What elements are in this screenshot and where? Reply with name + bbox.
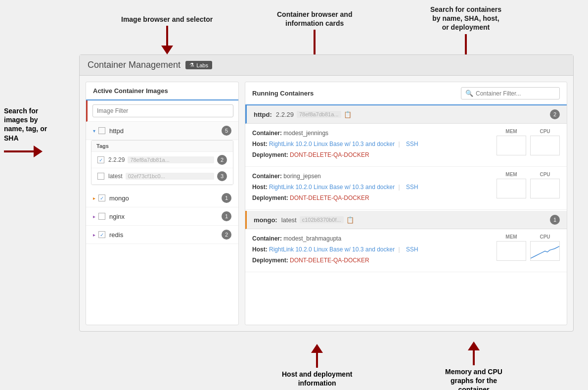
- tag-item-2229: ✓ 2.2.29 78ef8a7db81a... 2: [91, 152, 233, 168]
- container-deployment-row-jepsen: Deployment: DONT-DELETE-QA-DOCKER: [252, 194, 492, 202]
- flask-icon: ⚗: [189, 62, 194, 68]
- running-containers-title: Running Containers: [252, 90, 314, 97]
- container-name-row-jepsen: Container: boring_jepsen: [252, 172, 492, 181]
- host-link-jepsen[interactable]: RightLink 10.2.0 Linux Base w/ 10.3 and …: [269, 184, 395, 191]
- container-filter-box[interactable]: 🔍: [461, 87, 560, 99]
- left-panel: Active Container Images ▾ httpd 5 Tags: [86, 82, 239, 325]
- labs-label: Labs: [196, 62, 208, 68]
- tag-checkbox-2229[interactable]: ✓: [97, 156, 104, 163]
- tag-version-latest: latest: [108, 173, 123, 180]
- tag-version-2229: 2.2.29: [108, 156, 125, 163]
- nginx-count: 1: [222, 211, 231, 221]
- host-label-brahmagupta: Host:: [252, 246, 268, 253]
- group-tag-mongo: latest: [281, 216, 297, 224]
- cpu-label-brahmagupta: CPU: [540, 234, 550, 240]
- deployment-link-brahmagupta[interactable]: DONT-DELETE-QA-DOCKER: [290, 257, 369, 264]
- container-metrics-jepsen: MEM CPU: [497, 172, 560, 198]
- mem-label-brahmagupta: MEM: [505, 234, 517, 240]
- copy-icon-httpd[interactable]: 📋: [344, 111, 352, 118]
- deployment-link-jepsen[interactable]: DONT-DELETE-QA-DOCKER: [290, 195, 369, 201]
- host-label-jennings: Host:: [252, 141, 268, 147]
- annotation-image-browser: Image browser and selector: [121, 15, 213, 54]
- container-deployment-row-brahmagupta: Deployment: DONT-DELETE-QA-DOCKER: [252, 256, 492, 265]
- annotation-memory-cpu: Memory and CPUgraphs for thecontainer: [445, 341, 502, 390]
- container-name-row-brahmagupta: Container: modest_brahmagupta: [252, 234, 492, 243]
- container-metrics-brahmagupta: MEM CPU: [497, 234, 560, 261]
- labs-badge: ⚗ Labs: [185, 61, 212, 69]
- httpd-name: httpd: [109, 127, 222, 135]
- container-group-mongo: mongo: latest c102b8370b0f... 📋 1 Contai…: [245, 211, 567, 272]
- nginx-name: nginx: [109, 213, 222, 220]
- annotation-host-deployment-text: Host and deploymentinformation: [282, 370, 352, 387]
- httpd-checkbox[interactable]: [98, 127, 105, 134]
- mem-metric-jennings: MEM: [497, 129, 526, 155]
- tag-item-latest: latest 02ef73cf1bc0... 3: [91, 168, 233, 185]
- annotation-memory-cpu-text: Memory and CPUgraphs for thecontainer: [445, 368, 502, 390]
- ui-header: Container Management ⚗ Labs: [80, 55, 573, 76]
- ssh-link-jepsen[interactable]: SSH: [406, 184, 418, 191]
- container-card-modest-jennings: Container: modest_jennings Host: RightLi…: [245, 124, 567, 167]
- pipe-jennings: |: [399, 141, 400, 147]
- tag-count-latest: 3: [217, 171, 227, 181]
- pipe-brahmagupta: |: [399, 246, 400, 253]
- annotation-search-containers-text: Search for containersby name, SHA, host,…: [430, 5, 501, 31]
- mongo-name: mongo: [109, 195, 222, 202]
- right-panel-header: Running Containers 🔍: [245, 82, 567, 105]
- ssh-link-brahmagupta[interactable]: SSH: [406, 246, 418, 253]
- container-host-row-brahmagupta: Host: RightLink 10.2.0 Linux Base w/ 10.…: [252, 245, 492, 254]
- container-label-jennings: Container:: [252, 130, 282, 137]
- container-metrics-jennings: MEM CPU: [497, 129, 560, 155]
- cpu-label-jennings: CPU: [540, 129, 550, 134]
- image-item-httpd[interactable]: ▾ httpd 5: [86, 122, 238, 140]
- right-panel: Running Containers 🔍 httpd: 2.2.29 78ef8…: [245, 82, 567, 325]
- chevron-right-mongo-icon: ▸: [93, 195, 95, 201]
- page-title: Container Management: [88, 60, 181, 70]
- cpu-graph-brahmagupta: [530, 241, 560, 261]
- deployment-link-jennings[interactable]: DONT-DELETE-QA-DOCKER: [290, 151, 369, 158]
- container-group-httpd: httpd: 2.2.29 78ef8a7db81a... 📋 2 Contai…: [245, 105, 567, 210]
- containers-list: httpd: 2.2.29 78ef8a7db81a... 📋 2 Contai…: [245, 105, 567, 325]
- mongo-count: 1: [222, 193, 231, 203]
- mem-graph-jepsen: [497, 179, 526, 198]
- group-sha-mongo: c102b8370b0f...: [300, 216, 344, 223]
- search-icon: 🔍: [465, 90, 473, 97]
- copy-icon-mongo[interactable]: 📋: [346, 216, 354, 224]
- group-tag-httpd: 2.2.29: [276, 111, 294, 118]
- image-item-nginx[interactable]: ▸ nginx 1: [86, 207, 238, 226]
- annotation-search-images: Search forimages byname, tag, orSHA: [4, 106, 47, 157]
- cpu-metric-jennings: CPU: [530, 129, 560, 155]
- mem-metric-brahmagupta: MEM: [497, 234, 526, 261]
- annotation-host-deployment: Host and deploymentinformation: [282, 344, 352, 388]
- redis-checkbox[interactable]: ✓: [98, 231, 105, 238]
- host-link-jennings[interactable]: RightLink 10.2.0 Linux Base w/ 10.3 and …: [269, 141, 395, 147]
- container-filter-input[interactable]: [476, 90, 555, 97]
- tag-checkbox-latest[interactable]: [97, 173, 104, 180]
- nginx-checkbox[interactable]: [98, 213, 105, 220]
- image-item-redis[interactable]: ▸ ✓ redis 2: [86, 226, 238, 244]
- container-info-modest-jennings: Container: modest_jennings Host: RightLi…: [252, 129, 492, 161]
- httpd-count: 5: [222, 126, 231, 136]
- left-panel-header: Active Container Images: [86, 82, 238, 100]
- tags-header: Tags: [91, 141, 233, 152]
- image-item-mongo[interactable]: ▸ ✓ mongo 1: [86, 189, 238, 207]
- ssh-link-jennings[interactable]: SSH: [406, 141, 418, 147]
- container-info-boring-jepsen: Container: boring_jepsen Host: RightLink…: [252, 172, 492, 204]
- host-label-jepsen: Host:: [252, 184, 268, 191]
- mem-label-jepsen: MEM: [505, 172, 517, 177]
- deployment-label-jennings: Deployment:: [252, 151, 288, 158]
- redis-name: redis: [109, 231, 222, 239]
- mongo-checkbox[interactable]: ✓: [98, 195, 105, 201]
- host-link-brahmagupta[interactable]: RightLink 10.2.0 Linux Base w/ 10.3 and …: [269, 246, 395, 253]
- group-count-mongo: 1: [550, 215, 560, 225]
- mem-graph-brahmagupta: [497, 241, 526, 261]
- redis-count: 2: [222, 230, 231, 240]
- tag-sha-latest: 02ef73cf1bc0...: [126, 173, 214, 180]
- cpu-metric-brahmagupta: CPU: [530, 234, 560, 261]
- tag-sha-2229: 78ef8a7db81a...: [128, 156, 214, 163]
- container-card-brahmagupta: Container: modest_brahmagupta Host: Righ…: [245, 229, 567, 272]
- group-image-httpd: httpd:: [254, 111, 272, 118]
- cpu-graph-jennings: [530, 136, 560, 155]
- image-filter-container: [86, 100, 238, 122]
- image-filter-input[interactable]: [92, 104, 233, 117]
- annotation-image-browser-text: Image browser and selector: [121, 15, 213, 23]
